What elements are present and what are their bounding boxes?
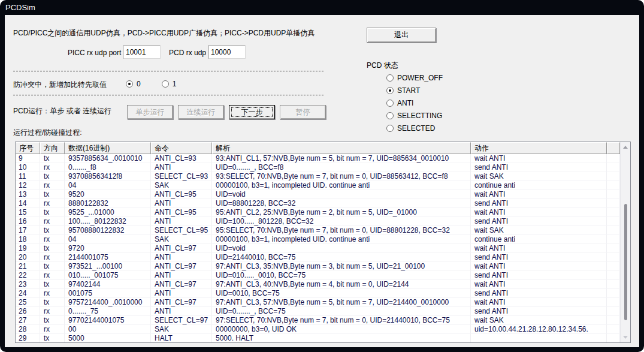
table-cell: ANTI_CL=97 xyxy=(151,298,212,307)
table-cell: ANTI xyxy=(151,307,212,316)
table-cell: 97402144 xyxy=(65,280,151,289)
table-cell: 00000000, b3=0, UID OK xyxy=(212,325,471,334)
table-cell: 19 xyxy=(16,244,40,253)
table-row[interactable]: 16rx100....._80122832ANTIUID=100....._80… xyxy=(16,217,630,226)
table-cell: 26 xyxy=(16,307,40,316)
table-cell: tx xyxy=(40,172,65,181)
scrollbar-up-button[interactable] xyxy=(621,142,630,152)
table-cell xyxy=(607,262,620,271)
table-cell: UID=void xyxy=(212,244,471,253)
table-column-header-2[interactable]: 数据(16进制) xyxy=(65,142,151,154)
table-cell: wait ANTI xyxy=(471,280,607,289)
table-cell: UID=100....._801228, BCC=32 xyxy=(212,217,471,226)
pcd-status-option-selectting[interactable]: SELECTTING xyxy=(386,109,443,122)
table-cell: 25 xyxy=(16,298,40,307)
table-cell: wait ANTI xyxy=(471,190,607,199)
picc-port-input[interactable] xyxy=(123,46,161,59)
table-cell: 97:ANTI_CL3, 57:NVB,Byte num = 5, bit nu… xyxy=(212,298,471,307)
table-row[interactable]: 9tx9357885634_.0010010ANTI_CL=9393:ANTI_… xyxy=(16,154,630,163)
table-row[interactable]: 15tx9525_...01000ANTI_CL=9595:ANTI_CL2, … xyxy=(16,208,630,217)
pcd-status-option-start[interactable]: START xyxy=(386,84,443,97)
table-column-header-0[interactable]: 序号 xyxy=(16,142,40,154)
pcd-status-label: PCD 状态 xyxy=(367,61,398,71)
table-row[interactable]: 18rx04SAK00000100, b3=1, incompleted UID… xyxy=(16,235,630,244)
table-cell xyxy=(607,235,620,244)
table-cell: ANTI_CL=97 xyxy=(151,244,212,253)
table-column-header-3[interactable]: 命令 xyxy=(151,142,212,154)
table-row[interactable]: 29tx5000HALT5000. HALT xyxy=(16,334,630,343)
table-cell: continue anti xyxy=(471,181,607,190)
table-cell: rx xyxy=(40,289,65,298)
table-cell: rx xyxy=(40,199,65,208)
table-row[interactable]: 23tx97402144ANTI_CL=9797:ANTI_CL3, 40:NV… xyxy=(16,280,630,289)
chevron-up-icon xyxy=(623,146,628,149)
table-cell xyxy=(607,172,620,181)
pcdsim-window: PCDSim PCD/PICC之间的通信用UDP仿真，PCD->PICC用UDP… xyxy=(0,0,644,352)
table-cell xyxy=(607,181,620,190)
table-cell: 9757214400_.0010000 xyxy=(65,298,151,307)
table-row[interactable]: 13tx9520ANTI_CL=95UID=voidwait ANTI xyxy=(16,190,630,199)
table-cell: 9520 xyxy=(65,190,151,199)
radio-label: 0 xyxy=(137,80,141,88)
table-cell xyxy=(471,334,607,343)
table-cell: rx xyxy=(40,307,65,316)
table-cell: 10 xyxy=(16,163,40,172)
anticollision-option-bit-0[interactable]: 0 xyxy=(126,77,141,90)
table-cell xyxy=(607,334,620,343)
table-column-header-1[interactable]: 方向 xyxy=(40,142,65,154)
table-column-header-5[interactable]: 动作 xyxy=(471,142,607,154)
table-row[interactable]: 10rx0......._f8ANTIUID=0......._, BCC=f8… xyxy=(16,163,630,172)
title-bar[interactable]: PCDSim xyxy=(0,0,644,15)
pcd-status-option-selected[interactable]: SELECTED xyxy=(386,122,443,134)
table-row[interactable]: 27tx97702144001075SELECT_CL=9797:SELECT,… xyxy=(16,316,630,325)
table-cell: 93:ANTI_CL1, 57:NVB,Byte num = 5, bit nu… xyxy=(212,154,471,163)
description-text: PCD/PICC之间的通信用UDP仿真，PCD->PICC用UDP广播仿真；PI… xyxy=(13,28,315,38)
table-cell: tx xyxy=(40,208,65,217)
table-cell: wait ANTI xyxy=(471,244,607,253)
table-cell: ANTI_CL=95 xyxy=(151,208,212,217)
table-cell: UID=010....._0010, BCC=75 xyxy=(212,271,471,280)
table-cell: ANTI_CL=95 xyxy=(151,190,212,199)
vertical-scrollbar[interactable] xyxy=(620,142,630,342)
table-row[interactable]: 17tx95708880122832SELECT_CL=9595:SELECT,… xyxy=(16,226,630,235)
table-cell xyxy=(607,154,620,163)
table-cell: wait SAK xyxy=(471,316,607,325)
table-row[interactable]: 14rx8880122832ANTIUID=88801228, BCC=32se… xyxy=(16,199,630,208)
table-column-header-4[interactable]: 解析 xyxy=(212,142,471,154)
table-row[interactable]: 20rx2144001075ANTIUID=21440010, BCC=75se… xyxy=(16,253,630,262)
table-cell: tx xyxy=(40,244,65,253)
anticollision-option-bit-1[interactable]: 1 xyxy=(162,77,177,90)
pcd-port-input[interactable] xyxy=(208,46,246,59)
table-cell: tx xyxy=(40,190,65,199)
table-row[interactable]: 11tx937088563412f8SELECT_CL=9393:SELECT,… xyxy=(16,172,630,181)
table-cell: ANTI_CL=97 xyxy=(151,262,212,271)
table-row[interactable]: 26rx0......._75ANTIUID=0......._, BCC=75… xyxy=(16,307,630,316)
radio-selected-icon xyxy=(126,80,133,88)
table-cell: send ANTI xyxy=(471,163,607,172)
table-cell: UID=0......._, BCC=f8 xyxy=(212,163,471,172)
scrollbar-down-button[interactable] xyxy=(621,332,630,342)
next-step-button[interactable]: 下一步 xyxy=(229,105,275,119)
table-row[interactable]: 28rx00SAK00000000, b3=0, UID OKuid=10.00… xyxy=(16,325,630,334)
table-row[interactable]: 19tx9720ANTI_CL=97UID=voidwait ANTI xyxy=(16,244,630,253)
table-row[interactable]: 22rx010....._001075ANTIUID=010....._0010… xyxy=(16,271,630,280)
run-buttons: 单步运行连续运行下一步暂停 xyxy=(127,105,326,119)
exit-button[interactable]: 退出 xyxy=(367,28,436,43)
pcd-status-option-power-off[interactable]: POWER_OFF xyxy=(386,71,443,84)
table-cell: SAK xyxy=(151,235,212,244)
table-cell: 93:SELECT, 70:NVB,Byte num = 7, bit num … xyxy=(212,172,471,181)
table-cell: 9720 xyxy=(65,244,151,253)
table-row[interactable]: 24rx001075ANTIUID=0010, BCC=75send ANTI xyxy=(16,289,630,298)
table-column-header-spare[interactable] xyxy=(607,142,620,154)
pcd-status-option-anti[interactable]: ANTI xyxy=(386,97,443,109)
table-cell xyxy=(607,280,620,289)
scrollbar-thumb[interactable] xyxy=(624,204,627,320)
table-cell: 29 xyxy=(16,334,40,343)
table-row[interactable]: 21tx973521_...00100ANTI_CL=9797:ANTI_CL3… xyxy=(16,262,630,271)
picc-port-label: PICC rx udp port xyxy=(68,49,121,57)
table-cell: uid=10.00.44.21.28.12.80.12.34.56. xyxy=(471,325,607,334)
table-row[interactable]: 25tx9757214400_.0010000ANTI_CL=9797:ANTI… xyxy=(16,298,630,307)
table-cell: 0......._75 xyxy=(65,307,151,316)
table-cell: 15 xyxy=(16,208,40,217)
table-row[interactable]: 12rx04SAK00000100, b3=1, incompleted UID… xyxy=(16,181,630,190)
